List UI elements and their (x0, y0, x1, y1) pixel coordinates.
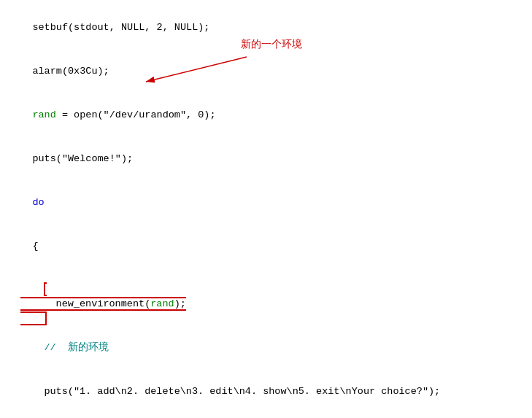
code-text: ); (174, 298, 186, 309)
code-text: puts("1. add\n2. delete\n3. edit\n4. sho… (44, 386, 440, 397)
code-block: 新的一个环境 setbuf(stdout, NULL, 2, NULL); al… (0, 0, 532, 418)
code-line-brace-open: { (9, 225, 523, 268)
code-text: puts("Welcome!"); (32, 153, 133, 164)
code-comment: // 新的环境 (44, 342, 108, 353)
code-text: { (32, 241, 38, 252)
code-line-do: do (9, 181, 523, 225)
code-text: new_environment( (56, 298, 151, 309)
highlighted-new-env: new_environment(rand); (20, 282, 186, 325)
code-line-choice-read: choice = ReadInt(); (20, 414, 523, 418)
code-line-alarm: alarm(0x3Cu); (9, 50, 523, 93)
code-line-setbuf: setbuf(stdout, NULL, 2, NULL); (9, 6, 523, 50)
code-text: = open("/dev/urandom", 0); (56, 109, 216, 120)
code-text: do (32, 197, 44, 208)
code-line-puts-welcome: puts("Welcome!"); (9, 137, 523, 181)
code-text: rand (32, 109, 55, 120)
code-text: rand (150, 298, 174, 309)
code-line-puts-menu: puts("1. add\n2. delete\n3. edit\n4. sho… (20, 370, 523, 414)
code-line-rand: rand = open("/dev/urandom", 0); (9, 93, 523, 137)
code-text: alarm(0x3Cu); (32, 66, 109, 77)
code-text: setbuf(stdout, NULL, 2, NULL); (32, 22, 209, 33)
code-line-new-env: new_environment(rand); // 新的环境 (20, 268, 523, 370)
